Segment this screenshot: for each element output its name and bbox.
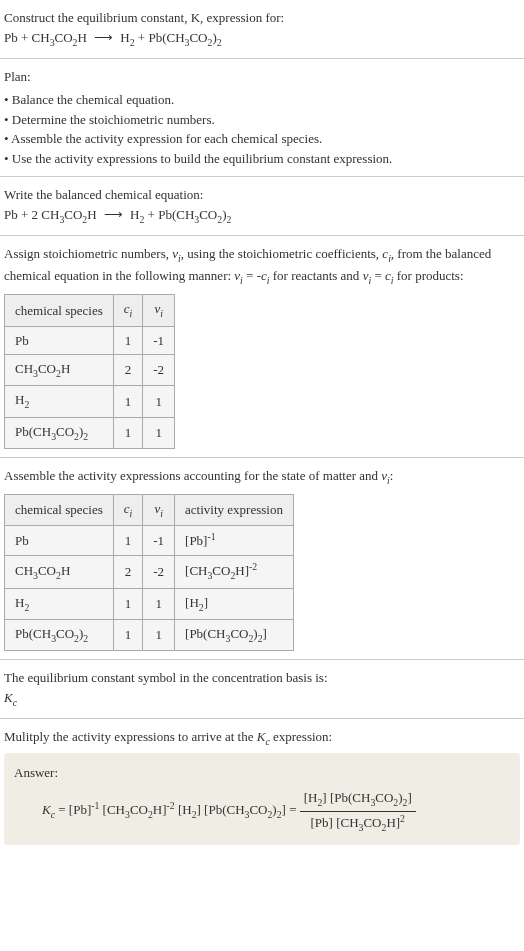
table-row: Pb(CH3CO2)2 1 1 [Pb(CH3CO2)2] bbox=[5, 619, 294, 650]
kc-symbol: Kc bbox=[4, 688, 520, 710]
col-ci: ci bbox=[113, 494, 143, 525]
col-species: chemical species bbox=[5, 295, 114, 326]
ci-cell: 1 bbox=[113, 417, 143, 448]
nui-cell: -2 bbox=[143, 355, 175, 386]
balanced-header: Write the balanced chemical equation: bbox=[4, 185, 520, 205]
ci-cell: 1 bbox=[113, 588, 143, 619]
plan-item: Determine the stoichiometric numbers. bbox=[4, 110, 520, 130]
species-cell: H2 bbox=[5, 588, 114, 619]
table-row: Pb 1 -1 bbox=[5, 326, 175, 355]
col-nui: νi bbox=[143, 295, 175, 326]
stoich-text: Assign stoichiometric numbers, νi, using… bbox=[4, 244, 520, 288]
intro-section: Construct the equilibrium constant, K, e… bbox=[0, 0, 524, 59]
plan-item: Use the activity expressions to build th… bbox=[4, 149, 520, 169]
nui-cell: -2 bbox=[143, 556, 175, 589]
answer-label: Answer: bbox=[14, 763, 510, 783]
ci-cell: 1 bbox=[113, 386, 143, 417]
numerator: [H2] [Pb(CH3CO2)2] bbox=[300, 788, 416, 811]
species-cell: Pb(CH3CO2)2 bbox=[5, 619, 114, 650]
balanced-equation: Pb + 2 CH3CO2H ⟶ H2 + Pb(CH3CO2)2 bbox=[4, 207, 231, 222]
activity-cell: [Pb]-1 bbox=[175, 526, 294, 556]
table-row: H2 1 1 [H2] bbox=[5, 588, 294, 619]
nui-cell: 1 bbox=[143, 386, 175, 417]
species-cell: CH3CO2H bbox=[5, 355, 114, 386]
table-row: CH3CO2H 2 -2 [CH3CO2H]-2 bbox=[5, 556, 294, 589]
intro-line1: Construct the equilibrium constant, K, e… bbox=[4, 10, 284, 25]
activity-cell: [H2] bbox=[175, 588, 294, 619]
plan-list: Balance the chemical equation. Determine… bbox=[4, 90, 520, 168]
species-cell: H2 bbox=[5, 386, 114, 417]
plan-item: Balance the chemical equation. bbox=[4, 90, 520, 110]
multiply-text: Mulitply the activity expressions to arr… bbox=[4, 727, 520, 749]
ci-cell: 1 bbox=[113, 619, 143, 650]
nui-cell: 1 bbox=[143, 588, 175, 619]
col-species: chemical species bbox=[5, 494, 114, 525]
activity-section: Assemble the activity expressions accoun… bbox=[0, 458, 524, 660]
basis-section: The equilibrium constant symbol in the c… bbox=[0, 660, 524, 719]
table-row: Pb 1 -1 [Pb]-1 bbox=[5, 526, 294, 556]
ci-cell: 2 bbox=[113, 355, 143, 386]
intro-text: Construct the equilibrium constant, K, e… bbox=[4, 8, 520, 50]
species-cell: Pb bbox=[5, 326, 114, 355]
species-cell: CH3CO2H bbox=[5, 556, 114, 589]
plan-section: Plan: Balance the chemical equation. Det… bbox=[0, 59, 524, 178]
answer-box: Answer: Kc = [Pb]-1 [CH3CO2H]-2 [H2] [Pb… bbox=[4, 753, 520, 845]
col-nui: νi bbox=[143, 494, 175, 525]
nui-cell: -1 bbox=[143, 326, 175, 355]
activity-table: chemical species ci νi activity expressi… bbox=[4, 494, 294, 651]
activity-cell: [Pb(CH3CO2)2] bbox=[175, 619, 294, 650]
table-header-row: chemical species ci νi activity expressi… bbox=[5, 494, 294, 525]
table-header-row: chemical species ci νi bbox=[5, 295, 175, 326]
nui-cell: 1 bbox=[143, 619, 175, 650]
activity-header: Assemble the activity expressions accoun… bbox=[4, 466, 520, 488]
col-activity: activity expression bbox=[175, 494, 294, 525]
nui-cell: 1 bbox=[143, 417, 175, 448]
answer-equation: Kc = [Pb]-1 [CH3CO2H]-2 [H2] [Pb(CH3CO2)… bbox=[14, 782, 510, 835]
plan-header: Plan: bbox=[4, 67, 520, 87]
ci-cell: 2 bbox=[113, 556, 143, 589]
ci-cell: 1 bbox=[113, 526, 143, 556]
table-row: Pb(CH3CO2)2 1 1 bbox=[5, 417, 175, 448]
fraction: [H2] [Pb(CH3CO2)2] [Pb] [CH3CO2H]2 bbox=[300, 788, 416, 835]
stoich-section: Assign stoichiometric numbers, νi, using… bbox=[0, 236, 524, 458]
denominator: [Pb] [CH3CO2H]2 bbox=[300, 812, 416, 836]
species-cell: Pb(CH3CO2)2 bbox=[5, 417, 114, 448]
stoich-table: chemical species ci νi Pb 1 -1 CH3CO2H 2… bbox=[4, 294, 175, 448]
nui-cell: -1 bbox=[143, 526, 175, 556]
table-row: H2 1 1 bbox=[5, 386, 175, 417]
unbalanced-equation: Pb + CH3CO2H ⟶ H2 + Pb(CH3CO2)2 bbox=[4, 30, 222, 45]
table-row: CH3CO2H 2 -2 bbox=[5, 355, 175, 386]
multiply-section: Mulitply the activity expressions to arr… bbox=[0, 719, 524, 853]
species-cell: Pb bbox=[5, 526, 114, 556]
balanced-section: Write the balanced chemical equation: Pb… bbox=[0, 177, 524, 236]
col-ci: ci bbox=[113, 295, 143, 326]
ci-cell: 1 bbox=[113, 326, 143, 355]
plan-item: Assemble the activity expression for eac… bbox=[4, 129, 520, 149]
activity-cell: [CH3CO2H]-2 bbox=[175, 556, 294, 589]
basis-text: The equilibrium constant symbol in the c… bbox=[4, 668, 520, 688]
